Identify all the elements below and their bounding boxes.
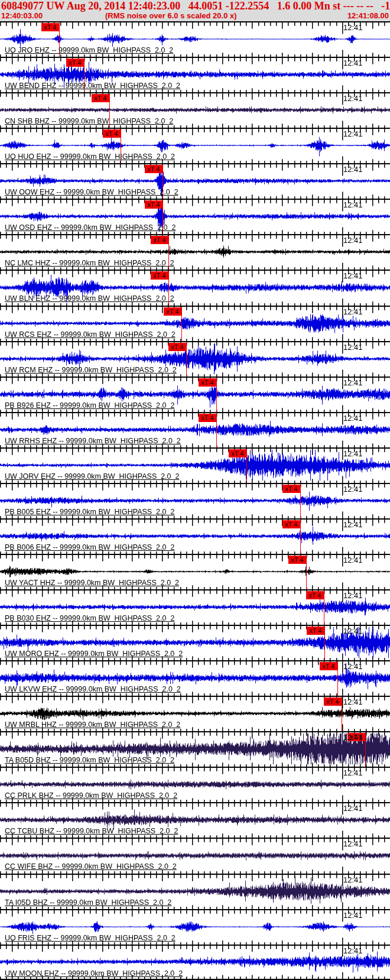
trace-panel[interactable]: xT 412:41UW JORV EHZ -- 99999.0km BW HIG… [0,447,390,483]
pick-flag[interactable]: xT 4 [151,236,168,244]
scale-note: (RMS noise over 6.0 s scaled 20.0 x) [105,11,237,20]
minute-label: 12:41 [343,129,363,138]
minute-label: 12:41 [343,591,363,600]
station-label: UW RCM EHZ -- 99999.0km BW HIGHPASS 2.0 … [5,366,177,374]
minute-label: 12:41 [343,59,363,67]
minute-label: 12:41 [343,271,363,280]
minute-label: 12:41 [343,165,363,174]
station-label: PB B926 EHZ -- 99999.0km BW HIGHPASS 2.0… [5,401,174,410]
pick-flag[interactable]: xT 4 [229,449,246,457]
trace-panel[interactable]: 12:41UW MOON EHZ -- 99999.0km BW HIGHPAS… [0,945,390,980]
minute-label: 12:41 [343,485,363,494]
window-start-time: 12:40:03.00 [1,11,43,20]
station-label: CC PRLK BHZ -- 99999.0km BW HIGHPASS 2.0… [5,791,177,800]
minute-label: 12:41 [343,23,363,32]
station-label: CC WIFE BHZ -- 99999.0km BW HIGHPASS 2.0… [5,862,177,871]
trace-panel[interactable]: xT 412:41UO JRO EHZ -- 99999.0km BW HIGH… [0,21,390,57]
minute-label: 12:41 [343,520,363,529]
pick-flag[interactable]: xT 4 [92,94,109,102]
trace-panel[interactable]: xT 412:41TA B05D BHZ -- 99999.0km BW HIG… [0,731,390,767]
station-label: PB B030 EHZ -- 99999.0km BW HIGHPASS 2.0… [5,614,174,622]
station-label: PB B005 EHZ -- 99999.0km BW HIGHPASS 2.0… [5,508,174,516]
minute-label: 12:41 [343,378,363,387]
trace-panel[interactable]: 12:41TA I05D BHZ -- 99999.0km BW HIGHPAS… [0,874,390,909]
trace-panel[interactable]: xT 412:41UW BEND EHZ -- 99999.0km BW HIG… [0,57,390,92]
trace-panel[interactable]: xT 412:41PB B005 EHZ -- 99999.0km BW HIG… [0,483,390,518]
pick-flag[interactable]: xT 4 [151,271,168,280]
station-label: TA I05D BHZ -- 99999.0km BW HIGHPASS 2.0… [5,898,171,907]
minute-label: 12:41 [343,662,363,671]
trace-panel[interactable]: 12:41CC WIFE BHZ -- 99999.0km BW HIGHPAS… [0,838,390,873]
minute-label: 12:41 [343,839,363,848]
minute-label: 12:41 [343,200,363,209]
minute-label: 12:41 [343,911,363,920]
pick-flag[interactable]: xT 4 [324,697,342,706]
trace-panel[interactable]: xT 412:41UW BLN EHZ -- 99999.0km BW HIGH… [0,270,390,305]
station-label: CN SHB BHZ -- 99999.0km BW HIGHPASS 2.0 … [5,117,173,125]
trace-panel[interactable]: 12:41UO FRIS EHZ -- 99999.0km BW HIGHPAS… [0,909,390,945]
trace-panel[interactable]: xT 412:41UO HUO EHZ -- 99999.0km BW HIGH… [0,128,390,163]
trace-panel[interactable]: xT 412:41PB B926 EHZ -- 99999.0km BW HIG… [0,377,390,412]
pick-flag[interactable]: xT 4 [282,520,300,528]
minute-label: 12:41 [343,414,363,423]
pick-flag[interactable]: xT 4 [145,165,162,173]
trace-panel[interactable]: xT 412:41UW OSD EHZ -- 99999.0km BW HIGH… [0,199,390,234]
pick-flag[interactable]: xT 4 [41,23,59,31]
minute-label: 12:41 [343,804,363,813]
trace-panel[interactable]: xT 412:41UW MORO EHZ -- 99999.0km BW HIG… [0,625,390,660]
minute-label: 12:41 [343,768,363,777]
pick-flag[interactable]: xT 4 [168,343,186,351]
station-label: TA B05D BHZ -- 99999.0km BW HIGHPASS 2.0… [5,756,174,764]
station-label: UO JRO EHZ -- 99999.0km BW HIGHPASS 2.0 … [5,46,173,54]
pick-flag[interactable]: xT 4 [145,200,162,209]
station-label: UW OOW EHZ -- 99999.0km BW HIGHPASS 2.0 … [5,188,178,196]
window-end-time: 12:41:08.00 [347,11,389,20]
trace-panel[interactable]: 12:41CC PRLK BHZ -- 99999.0km BW HIGHPAS… [0,767,390,802]
trace-panel[interactable]: xT 412:41UW LKVW EHZ -- 99999.0km BW HIG… [0,660,390,696]
trace-panel[interactable]: xT 412:41PB B030 EHZ -- 99999.0km BW HIG… [0,589,390,625]
minute-label: 12:41 [343,946,363,955]
station-label: UW MOON EHZ -- 99999.0km BW HIGHPASS 2.0… [5,969,183,978]
pick-flag[interactable]: xT 4 [288,556,306,564]
minute-label: 12:41 [343,733,363,742]
pick-flag[interactable]: xT 4 [306,591,324,599]
station-label: UO HUO EHZ -- 99999.0km BW HIGHPASS 2.0 … [5,152,175,161]
station-label: UW JORV EHZ -- 99999.0km BW HIGHPASS 2.0… [5,472,179,481]
trace-panel[interactable]: xT 412:41NC LMC HHZ -- 99999.0km BW HIGH… [0,234,390,270]
pick-flag[interactable]: xT 4 [164,307,181,316]
station-label: PB B006 EHZ -- 99999.0km BW HIGHPASS 2.0… [5,543,174,551]
station-label: UW YACT HHZ -- 99999.0km BW HIGHPASS 2.0… [5,579,179,587]
trace-panel[interactable]: 12:41CC TCBU BHZ -- 99999.0km BW HIGHPAS… [0,802,390,838]
station-label: UW OSD EHZ -- 99999.0km BW HIGHPASS 2.0 … [5,223,176,232]
minute-label: 12:41 [343,627,363,635]
pick-flag[interactable]: xT 4 [199,414,216,422]
pick-flag[interactable]: xT 4 [199,378,216,387]
trace-panel[interactable]: xT 412:41UW YACT HHZ -- 99999.0km BW HIG… [0,554,390,589]
minute-label: 12:41 [343,307,363,316]
trace-panel[interactable]: xT 412:41UW MRBL HHZ -- 99999.0km BW HIG… [0,696,390,731]
trace-panel[interactable]: xT 412:41UW RRHS EHZ -- 99999.0km BW HIG… [0,412,390,447]
station-label: UW BEND EHZ -- 99999.0km BW HIGHPASS 2.0… [5,82,180,90]
trace-panel[interactable]: xT 412:41UW RCS EHZ -- 99999.0km BW HIGH… [0,306,390,341]
station-label: UW RRHS EHZ -- 99999.0km BW HIGHPASS 2.0… [5,437,181,445]
station-label: UW RCS EHZ -- 99999.0km BW HIGHPASS 2.0 … [5,330,176,339]
pick-flag[interactable]: xT 4 [66,59,84,67]
pick-flag[interactable]: xT 4 [307,627,324,635]
trace-panel[interactable]: xT 412:41UW RCM EHZ -- 99999.0km BW HIGH… [0,341,390,377]
minute-label: 12:41 [343,236,363,245]
trace-panel[interactable]: xT 412:41UW OOW EHZ -- 99999.0km BW HIGH… [0,163,390,199]
minute-label: 12:41 [343,343,363,352]
pick-flag[interactable]: xT 4 [103,129,121,138]
trace-panel[interactable]: xT 412:41CN SHB BHZ -- 99999.0km BW HIGH… [0,92,390,128]
station-label: UO FRIS EHZ -- 99999.0km BW HIGHPASS 2.0… [5,934,176,942]
station-label: UW MRBL HHZ -- 99999.0km BW HIGHPASS 2.0… [5,721,180,729]
station-label: NC LMC HHZ -- 99999.0km BW HIGHPASS 2.0 … [5,259,174,267]
minute-label: 12:41 [343,449,363,458]
station-label: UW BLN EHZ -- 99999.0km BW HIGHPASS 2.0 … [5,294,174,303]
station-label: UW LKVW EHZ -- 99999.0km BW HIGHPASS 2.0… [5,685,181,693]
trace-panel[interactable]: xT 412:41PB B006 EHZ -- 99999.0km BW HIG… [0,518,390,554]
pick-flag[interactable]: xT 4 [320,662,337,670]
event-title: 60849077 UW Aug 20, 2014 12:40:23.00 44.… [1,0,390,12]
pick-flag[interactable]: xT 4 [282,485,300,493]
minute-label: 12:41 [343,875,363,884]
